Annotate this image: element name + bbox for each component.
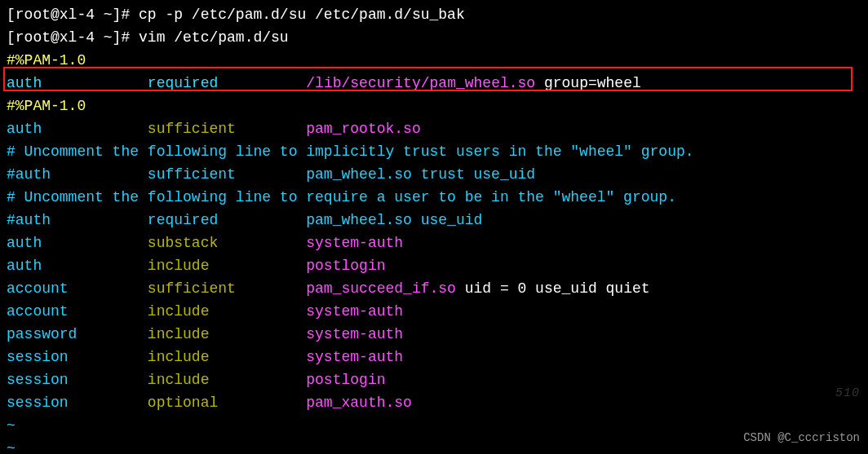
credit-text: CSDN @C_cccriston — [743, 426, 860, 449]
pam-line: #auth required pam_wheel.so use_uid — [7, 209, 861, 231]
pam-control: required — [148, 75, 306, 91]
pam-line-highlighted: auth required /lib/security/pam_wheel.so… — [7, 72, 861, 95]
command-text: cp -p /etc/pam.d/su /etc/pam.d/su_bak — [139, 7, 465, 23]
pam-line: account include system-auth — [7, 300, 861, 323]
pam-module: system-auth — [306, 326, 403, 342]
pam-line: # Uncomment the following line to implic… — [7, 140, 861, 163]
pam-type: #auth — [7, 212, 148, 228]
pam-line: session optional pam_xauth.so — [7, 391, 861, 414]
vim-tilde: ~ — [7, 414, 861, 437]
pam-control: sufficient — [148, 280, 306, 297]
pam-type: account — [7, 303, 148, 320]
pam-module: pam_succeed_if.so — [306, 280, 456, 297]
pam-module: pam_rootok.so — [306, 121, 420, 137]
pam-type: #auth — [7, 166, 148, 183]
pam-header: #%PAM-1.0 — [7, 95, 861, 117]
pam-line: #auth sufficient pam_wheel.so trust use_… — [7, 163, 861, 186]
pam-module: postlogin — [306, 372, 385, 388]
pam-type: password — [7, 326, 148, 342]
pam-control: sufficient — [148, 166, 306, 183]
pam-line: session include postlogin — [7, 368, 861, 391]
pam-module: system-auth — [306, 235, 403, 251]
pam-line: auth include postlogin — [7, 254, 861, 277]
pam-control: sufficient — [148, 121, 306, 137]
pam-control: include — [148, 303, 306, 320]
pam-line: auth sufficient pam_rootok.so — [7, 117, 861, 140]
command-text: vim /etc/pam.d/su — [139, 29, 289, 46]
pam-module: system-auth — [306, 303, 403, 320]
pam-control: required — [148, 212, 306, 228]
pam-control: substack — [148, 235, 306, 251]
pam-line: account sufficient pam_succeed_if.so uid… — [7, 277, 861, 300]
prompt-prefix: [root@xl-4 ~]# — [7, 29, 139, 46]
pam-type: auth — [7, 235, 148, 251]
pam-type: account — [7, 280, 148, 297]
prompt-prefix: [root@xl-4 ~]# — [7, 7, 139, 23]
pam-module: pam_wheel.so use_uid — [306, 212, 482, 228]
pam-type: auth — [7, 121, 148, 137]
pam-args: uid = 0 use_uid quiet — [456, 280, 650, 297]
pam-module: postlogin — [306, 258, 385, 274]
shell-prompt-line-2: [root@xl-4 ~]# vim /etc/pam.d/su — [7, 26, 861, 49]
pam-type: auth — [7, 75, 148, 91]
pam-line: password include system-auth — [7, 323, 861, 346]
pam-module: pam_xauth.so — [306, 394, 412, 411]
pam-control: include — [148, 372, 306, 388]
pam-type: auth — [7, 258, 148, 274]
pam-line: # Uncomment the following line to requir… — [7, 186, 861, 209]
pam-line: auth substack system-auth — [7, 231, 861, 254]
watermark-text: 510 — [835, 382, 860, 405]
pam-control: include — [148, 349, 306, 365]
pam-args: group=wheel — [535, 75, 641, 91]
pam-type: session — [7, 349, 148, 365]
pam-control: optional — [148, 394, 306, 411]
pam-header: #%PAM-1.0 — [7, 49, 861, 72]
pam-control: include — [148, 326, 306, 342]
shell-prompt-line-1: [root@xl-4 ~]# cp -p /etc/pam.d/su /etc/… — [7, 3, 861, 26]
pam-module: /lib/security/pam_wheel.so — [306, 75, 535, 91]
pam-control: include — [148, 258, 306, 274]
terminal-output: [root@xl-4 ~]# cp -p /etc/pam.d/su /etc/… — [7, 3, 861, 454]
vim-tilde: ~ — [7, 437, 861, 454]
pam-body: auth sufficient pam_rootok.so# Uncomment… — [7, 117, 861, 414]
pam-module: system-auth — [306, 349, 403, 365]
pam-type: session — [7, 394, 148, 411]
pam-type: session — [7, 372, 148, 388]
pam-line: session include system-auth — [7, 346, 861, 368]
pam-module: pam_wheel.so trust use_uid — [306, 166, 535, 183]
